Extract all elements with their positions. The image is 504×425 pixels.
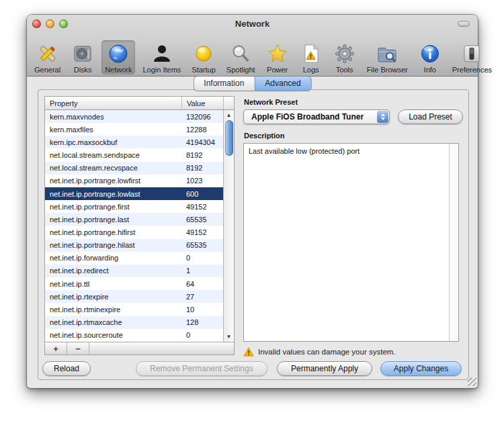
table-row[interactable]: net.inet.ip.redirect1 (45, 265, 223, 277)
property-cell: net.inet.ip.portrange.lowlast (45, 190, 181, 198)
property-cell: net.inet.ip.rtminexpire (45, 305, 181, 314)
tab-advanced[interactable]: Advanced (254, 76, 311, 91)
tab-bar: Information Advanced (193, 76, 311, 91)
toolbar-item-startup[interactable]: Startup (188, 40, 218, 75)
content-area: Information Advanced Property Value kern… (27, 77, 478, 387)
network-preset-value: Apple FiOS Broadband Tuner (251, 112, 364, 122)
table-row[interactable]: net.inet.ip.portrange.first49152 (45, 200, 223, 213)
table-row[interactable]: kern.maxvnodes132096 (45, 110, 223, 123)
table-row[interactable]: kern.ipc.maxsockbuf4194304 (45, 136, 223, 148)
folder-search-icon (376, 42, 398, 65)
value-cell: 65535 (181, 216, 207, 224)
table-row[interactable]: net.inet.ip.sourceroute0 (45, 329, 223, 342)
table-row[interactable]: net.inet.ip.portrange.lowlast600 (45, 187, 223, 200)
resize-grip[interactable] (468, 377, 476, 386)
advanced-pane: Property Value kern.maxvnodes132096kern.… (38, 89, 469, 380)
load-preset-button[interactable]: Load Preset (398, 109, 463, 124)
person-icon (151, 42, 173, 65)
property-cell: net.local.stream.recvspace (45, 164, 181, 172)
network-preset-dropdown[interactable]: Apple FiOS Broadband Tuner (243, 109, 390, 124)
column-header-spacer (223, 97, 234, 109)
column-header-value[interactable]: Value (181, 97, 223, 109)
table-row[interactable]: net.inet.ip.rtmaxcache128 (45, 316, 223, 329)
traffic-lights (32, 19, 68, 28)
value-cell: 0 (181, 254, 190, 262)
toolbar-item-disks[interactable]: Disks (68, 40, 97, 75)
property-cell: kern.ipc.maxsockbuf (45, 138, 181, 146)
warning-text: Invalid values can damage your system. (258, 348, 396, 356)
scrollbar-thumb[interactable] (225, 120, 233, 156)
tab-information[interactable]: Information (193, 76, 254, 91)
toolbar-item-label: Info (424, 66, 436, 74)
value-cell: 49152 (181, 203, 207, 211)
description-textarea[interactable]: Last available low (protected) port (243, 143, 459, 342)
remove-property-button[interactable]: − (67, 342, 89, 355)
property-cell: net.inet.ip.portrange.first (45, 203, 181, 211)
zoom-button[interactable] (59, 19, 68, 28)
table-body: kern.maxvnodes132096kern.maxfiles12288ke… (45, 110, 223, 342)
toolbar-item-file-browser[interactable]: File Browser (364, 40, 411, 75)
star-icon (266, 42, 289, 65)
minimize-button[interactable] (46, 19, 54, 28)
toolbar-item-power[interactable]: Power (263, 40, 292, 75)
popup-stepper-icon (377, 111, 388, 123)
toolbar-item-login-items[interactable]: Login Items (139, 40, 184, 75)
table-row[interactable]: net.inet.ip.ttl64 (45, 277, 223, 290)
value-cell: 12288 (181, 126, 207, 134)
property-cell: net.inet.ip.redirect (45, 267, 181, 275)
table-row[interactable]: net.inet.ip.portrange.hilast65535 (45, 239, 223, 252)
toolbar-item-label: Spotlight (226, 66, 255, 74)
toolbar: GeneralDisksNetworkLogin ItemsStartupSpo… (27, 32, 478, 77)
permanently-apply-button[interactable]: Permanently Apply (277, 361, 372, 376)
table-row[interactable]: net.inet.ip.portrange.last65535 (45, 213, 223, 226)
toolbar-item-general[interactable]: General (31, 40, 64, 75)
sysctl-table: Property Value kern.maxvnodes132096kern.… (44, 96, 235, 355)
toolbar-item-label: Startup (192, 66, 215, 74)
toolbar-item-network[interactable]: Network (101, 40, 135, 75)
vertical-scrollbar[interactable]: ▲ ▼ (223, 110, 234, 342)
add-property-button[interactable]: + (45, 342, 67, 355)
pencil-ruler-icon (36, 42, 59, 65)
network-window: Network GeneralDisksNetworkLogin ItemsSt… (27, 15, 478, 388)
toolbar-item-tools[interactable]: Tools (330, 40, 360, 75)
remove-permanent-settings-button[interactable]: Remove Permanent Settings (136, 361, 267, 376)
switch-icon (460, 42, 483, 65)
toolbar-item-logs[interactable]: Logs (296, 40, 326, 75)
table-row[interactable]: net.inet.ip.rtminexpire10 (45, 303, 223, 316)
table-row[interactable]: net.local.stream.sendspace8192 (45, 148, 223, 161)
table-row[interactable]: net.inet.ip.portrange.hifirst49152 (45, 226, 223, 238)
description-text: Last available low (protected) port (249, 147, 360, 155)
description-scrollbar[interactable] (449, 144, 458, 341)
table-row[interactable]: net.local.stream.recvspace8192 (45, 162, 223, 175)
value-cell: 4194304 (181, 138, 215, 146)
toolbar-item-spotlight[interactable]: Spotlight (223, 40, 259, 75)
property-cell: net.inet.ip.rtexpire (45, 293, 181, 301)
table-row[interactable]: net.inet.ip.rtexpire27 (45, 290, 223, 303)
property-cell: net.inet.ip.forwarding (45, 254, 181, 262)
toolbar-item-label: General (34, 66, 60, 74)
value-cell: 0 (181, 331, 190, 339)
toolbar-item-preferences[interactable]: Preferences (449, 40, 495, 75)
scroll-down-arrow-icon[interactable]: ▼ (224, 332, 234, 342)
value-cell: 1023 (181, 177, 202, 185)
table-footer: + − (45, 342, 234, 355)
title-bar[interactable]: Network (27, 15, 478, 32)
property-cell: kern.maxvnodes (45, 113, 181, 121)
toolbar-item-label: Tools (336, 66, 353, 74)
table-row[interactable]: kern.maxfiles12288 (45, 123, 223, 136)
preset-panel: Network Preset Apple FiOS Broadband Tune… (243, 96, 464, 357)
gear-icon (333, 42, 356, 65)
reload-button[interactable]: Reload (42, 361, 91, 376)
property-cell: net.local.stream.sendspace (45, 151, 181, 159)
table-row[interactable]: net.inet.ip.portrange.lowfirst1023 (45, 175, 223, 187)
scroll-up-arrow-icon[interactable]: ▲ (224, 110, 234, 120)
yellow-orb-icon (192, 42, 215, 65)
value-cell: 1 (181, 267, 190, 275)
toolbar-toggle-button[interactable] (458, 21, 470, 27)
column-header-property[interactable]: Property (45, 97, 181, 109)
toolbar-item-label: Network (105, 66, 132, 74)
close-button[interactable] (32, 19, 41, 28)
apply-changes-button[interactable]: Apply Changes (380, 361, 462, 376)
toolbar-item-info[interactable]: Info (415, 40, 445, 75)
table-row[interactable]: net.inet.ip.forwarding0 (45, 252, 223, 265)
